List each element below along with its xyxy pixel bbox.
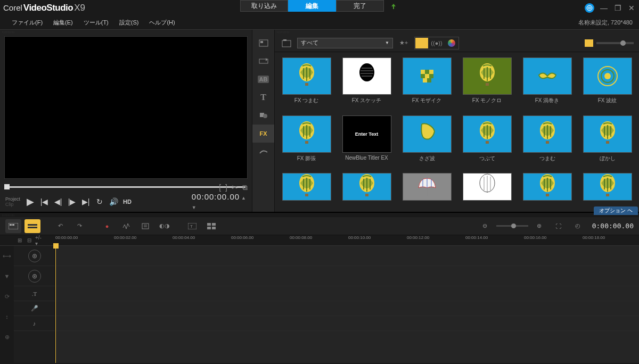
go-start-button[interactable]: |◀ [38, 196, 50, 208]
panel-grip[interactable]: ::::::::: [0, 30, 252, 34]
library-item[interactable]: FX モノクロ [461, 57, 513, 110]
lib-tab-title[interactable]: T [252, 88, 274, 106]
tab-edit[interactable]: 編集 [288, 0, 336, 12]
zoom-out-button[interactable]: ⊖ [477, 219, 493, 233]
next-frame-button[interactable]: |▶ [66, 196, 78, 208]
preview-scrubber[interactable]: [ ] ✂ ⧉ [4, 181, 248, 192]
audio-mixer-button[interactable] [118, 219, 134, 233]
library-item[interactable] [581, 173, 634, 206]
lib-import-icon[interactable] [280, 38, 293, 48]
auto-music-button[interactable] [137, 219, 153, 233]
repeat-button[interactable]: ↻ [94, 196, 105, 208]
volume-button[interactable]: 🔊 [108, 196, 119, 208]
record-button[interactable]: ● [99, 219, 115, 233]
lib-tab-media[interactable] [252, 34, 274, 52]
enable-icon[interactable]: ⊕ [0, 327, 14, 347]
track-voice[interactable]: 🎤 [14, 301, 55, 316]
track-music[interactable]: ♪ [14, 316, 55, 331]
library-filter-dropdown[interactable]: すべて▼ [297, 38, 393, 48]
zoom-slider[interactable] [496, 225, 528, 227]
add-track-icon[interactable]: +/-▾ [35, 237, 43, 244]
lib-tab-instant[interactable] [252, 52, 274, 70]
track-overlay[interactable]: ⊛ [14, 266, 55, 286]
thumb-size-slider[interactable] [596, 42, 634, 44]
tab-capture[interactable]: 取り込み [240, 0, 288, 12]
library-item[interactable]: FX 膨張 [280, 115, 333, 168]
storyboard-view-button[interactable] [5, 219, 21, 233]
library-item[interactable]: ぼかし [581, 115, 634, 168]
maximize-button[interactable]: ❐ [613, 4, 622, 12]
tab-share[interactable]: 完了 [336, 0, 384, 12]
cut-icon[interactable]: ✂ [232, 183, 238, 192]
preview-timecode[interactable]: 00:00:00.00▲▼ [192, 192, 247, 211]
play-button[interactable]: ▶ [24, 196, 36, 208]
library-item[interactable]: FX モザイク [400, 57, 453, 110]
preview-viewport[interactable] [4, 36, 248, 179]
library-item[interactable]: さざ波 [400, 115, 453, 168]
mark-in-icon[interactable]: [ [219, 183, 221, 192]
playback-mode-labels[interactable]: Project Clip [5, 196, 20, 207]
library-item[interactable]: Enter TextNewBlue Titler EX [340, 115, 393, 168]
chevron-down-icon[interactable]: ▼ [0, 266, 14, 286]
playhead[interactable] [55, 246, 56, 363]
library-item[interactable]: FX つまむ [280, 57, 333, 110]
link-icon[interactable]: ⟳ [0, 286, 14, 307]
snapshot-icon[interactable]: ⧉ [242, 183, 248, 192]
scroll-icon[interactable]: ↕ [0, 307, 14, 327]
upload-icon[interactable] [388, 1, 399, 12]
toggle-all-tracks-icon[interactable]: ⊞ [16, 237, 23, 244]
project-duration-icon[interactable]: ◴ [570, 219, 586, 233]
menu-file[interactable]: ファイル(F) [6, 16, 48, 29]
prev-frame-button[interactable]: ◀| [52, 196, 64, 208]
timeline-ruler[interactable]: 00:00:00.0000:00:02.0000:00:04.0000:00:0… [55, 235, 639, 245]
menu-tool[interactable]: ツール(T) [78, 16, 114, 29]
undo-button[interactable]: ↶ [52, 219, 68, 233]
library-item[interactable] [340, 173, 393, 206]
options-tab[interactable]: オプション ヘ [594, 206, 638, 215]
scrub-handle[interactable] [4, 184, 10, 189]
subtitle-button[interactable]: T [184, 219, 200, 233]
hd-button[interactable]: HD [121, 196, 133, 208]
ripple-icon[interactable]: ⟷ [0, 246, 14, 266]
library-item[interactable] [521, 173, 574, 206]
library-item[interactable]: つぶて [461, 115, 513, 168]
track-motion-button[interactable]: ◐◑ [157, 219, 173, 233]
library-item[interactable]: FX 波紋 [581, 57, 634, 110]
redo-button[interactable]: ↷ [71, 219, 87, 233]
fit-project-button[interactable]: ⛶ [551, 219, 567, 233]
svg-rect-35 [365, 194, 368, 196]
menu-help[interactable]: ヘルプ(H) [144, 16, 180, 29]
mark-out-icon[interactable]: ] [225, 183, 227, 192]
menu-settings[interactable]: 設定(S) [114, 16, 144, 29]
track-video[interactable]: ⊛ [14, 246, 55, 266]
view-color-icon[interactable] [445, 38, 458, 48]
timeline-view-button[interactable] [24, 219, 40, 233]
track-view-icon[interactable]: ⊟ [26, 237, 33, 244]
lib-tab-transition[interactable]: AB [252, 70, 274, 88]
lib-tab-fx[interactable]: FX [252, 125, 274, 143]
view-audio-icon[interactable]: ((●)) [430, 38, 443, 48]
close-button[interactable]: ✕ [627, 4, 636, 12]
library-item[interactable] [461, 173, 513, 206]
multi-view-button[interactable] [203, 219, 219, 233]
lib-tab-path[interactable] [252, 143, 274, 161]
globe-icon[interactable] [585, 3, 594, 13]
timeline-grip[interactable]: ::::::::: [0, 213, 639, 217]
go-end-button[interactable]: ▶| [80, 196, 92, 208]
library-item[interactable] [280, 173, 333, 206]
menu-edit[interactable]: 編集(E) [48, 16, 78, 29]
favorite-icon[interactable]: ★+ [397, 38, 410, 48]
zoom-in-button[interactable]: ⊕ [531, 219, 547, 233]
thumb-view-icon[interactable] [585, 39, 593, 47]
library-item[interactable]: FX スケッチ [340, 57, 393, 110]
lib-tab-graphic[interactable] [252, 106, 274, 125]
library-item[interactable]: つまむ [521, 115, 574, 168]
view-video-icon[interactable] [415, 38, 428, 48]
track-title[interactable]: .T [14, 286, 55, 301]
track-area[interactable] [55, 246, 639, 363]
library-item[interactable]: FX 渦巻き [521, 57, 574, 110]
library-grip[interactable]: ::::::::: [275, 30, 639, 34]
library-item[interactable] [400, 173, 453, 206]
timeline-timecode[interactable]: 0:00:00.00 [592, 222, 634, 230]
minimize-button[interactable]: — [600, 4, 608, 12]
